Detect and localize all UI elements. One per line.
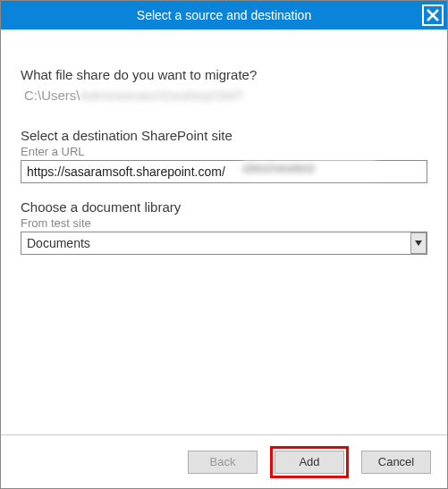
footer: Back Add Cancel <box>1 434 447 488</box>
source-path: C:\Users\Administrator\Desktop\SMT <box>24 88 427 103</box>
cancel-button[interactable]: Cancel <box>361 451 431 474</box>
add-button[interactable]: Add <box>275 451 344 474</box>
content-area: What file share do you want to migrate? … <box>1 30 447 434</box>
dropdown-arrow-button[interactable] <box>410 232 427 254</box>
library-select-wrap: Documents <box>21 232 427 255</box>
source-path-blurred: Administrator\Desktop\SMT <box>80 88 244 103</box>
close-button[interactable] <box>422 4 444 26</box>
library-select-value: Documents <box>27 236 90 250</box>
url-input-wrap: sites/newtest <box>21 158 427 183</box>
dialog-window: Select a source and destination What fil… <box>0 0 448 489</box>
migrate-question: What file share do you want to migrate? <box>21 67 427 82</box>
library-sub-label: From test site <box>21 216 427 230</box>
svg-marker-2 <box>415 240 422 246</box>
library-select[interactable]: Documents <box>21 232 427 255</box>
source-path-prefix: C:\Users\ <box>24 88 80 103</box>
back-button[interactable]: Back <box>188 451 258 474</box>
choose-library-label: Choose a document library <box>21 199 427 215</box>
titlebar: Select a source and destination <box>1 1 447 30</box>
destination-url-input[interactable] <box>21 160 427 183</box>
add-button-highlight: Add <box>270 446 349 478</box>
chevron-down-icon <box>415 240 422 246</box>
enter-url-label: Enter a URL <box>21 145 427 158</box>
close-icon <box>426 8 440 22</box>
destination-label: Select a destination SharePoint site <box>21 128 427 143</box>
window-title: Select a source and destination <box>1 8 447 22</box>
